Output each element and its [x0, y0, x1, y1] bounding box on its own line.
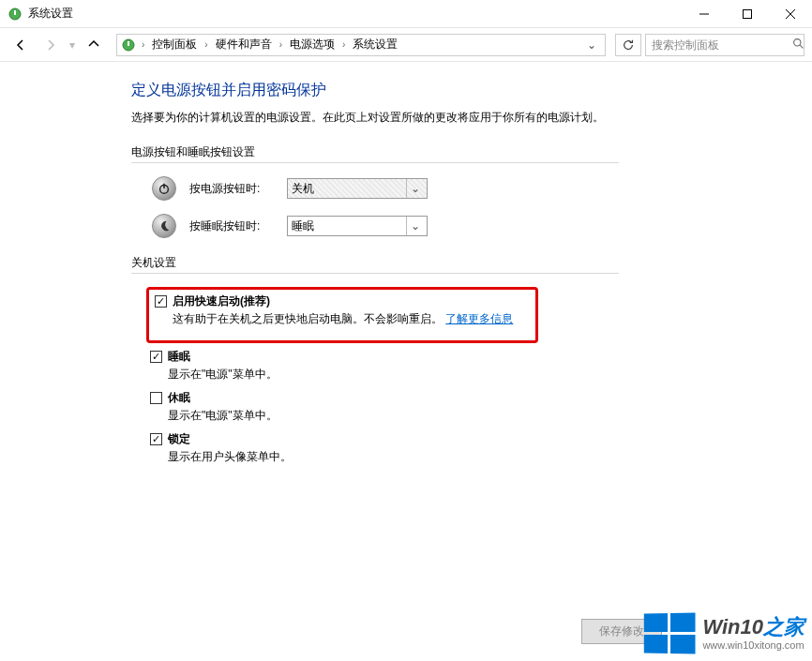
hibernate-title: 休眠	[168, 390, 278, 406]
forward-button[interactable]	[38, 32, 64, 58]
section-power-buttons: 电源按钮和睡眠按钮设置 按电源按钮时: 关机 ⌄ 按睡眠按钮时: 睡眠 ⌄	[131, 144, 803, 238]
hibernate-text: 休眠 显示在"电源"菜单中。	[168, 390, 278, 424]
fast-startup-desc: 这有助于在关机之后更快地启动电脑。不会影响重启。 了解更多信息	[173, 311, 513, 327]
section-legend: 电源按钮和睡眠按钮设置	[131, 144, 619, 163]
sleep-desc: 显示在"电源"菜单中。	[168, 367, 278, 383]
refresh-button[interactable]	[615, 34, 641, 56]
dropdown-value: 睡眠	[292, 218, 402, 234]
back-button[interactable]	[8, 32, 34, 58]
page-heading: 定义电源按钮并启用密码保护	[131, 81, 803, 100]
hibernate-desc: 显示在"电源"菜单中。	[168, 408, 278, 424]
breadcrumb-item[interactable]: 控制面板	[148, 35, 201, 54]
power-button-dropdown[interactable]: 关机 ⌄	[287, 178, 428, 199]
sleep-title: 睡眠	[168, 349, 278, 365]
watermark-main: Win10之家	[702, 616, 804, 638]
sleep-text: 睡眠 显示在"电源"菜单中。	[168, 349, 278, 383]
section-shutdown: 关机设置 启用快速启动(推荐) 这有助于在关机之后更快地启动电脑。不会影响重启。…	[131, 255, 803, 465]
breadcrumb-item[interactable]: 电源选项	[286, 35, 338, 54]
highlight-box: 启用快速启动(推荐) 这有助于在关机之后更快地启动电脑。不会影响重启。 了解更多…	[146, 287, 538, 343]
addressbar-icon	[121, 38, 136, 53]
lock-title: 锁定	[168, 431, 292, 447]
content: 定义电源按钮并启用密码保护 选择要为你的计算机设置的电源设置。在此页上对设置所做…	[0, 62, 812, 491]
chevron-down-icon: ⌄	[406, 179, 423, 198]
watermark-main2: 之家	[763, 615, 804, 638]
addressbar-dropdown[interactable]: ⌄	[582, 38, 601, 52]
power-icon	[152, 176, 176, 201]
watermark-url: www.win10xitong.com	[702, 639, 804, 651]
svg-line-9	[800, 45, 803, 48]
hibernate-checkbox[interactable]	[150, 392, 162, 404]
windows-logo-icon	[644, 612, 696, 653]
addressbar[interactable]: › 控制面板 › 硬件和声音 › 电源选项 › 系统设置 ⌄	[116, 34, 606, 56]
hibernate-row: 休眠 显示在"电源"菜单中。	[150, 390, 803, 424]
chevron-right-icon: ›	[140, 39, 146, 50]
sleep-checkbox[interactable]	[150, 351, 162, 363]
sleep-button-row: 按睡眠按钮时: 睡眠 ⌄	[152, 214, 803, 238]
chevron-right-icon: ›	[203, 39, 209, 50]
app-icon	[8, 7, 23, 22]
fast-startup-row: 启用快速启动(推荐) 这有助于在关机之后更快地启动电脑。不会影响重启。 了解更多…	[155, 293, 530, 327]
section-legend: 关机设置	[131, 255, 619, 274]
close-button[interactable]	[769, 0, 812, 28]
power-button-row: 按电源按钮时: 关机 ⌄	[152, 176, 803, 201]
fast-startup-text: 启用快速启动(推荐) 这有助于在关机之后更快地启动电脑。不会影响重启。 了解更多…	[173, 293, 513, 327]
chevron-right-icon: ›	[340, 39, 347, 50]
learn-more-link[interactable]: 了解更多信息	[445, 312, 513, 325]
minimize-button[interactable]	[683, 0, 726, 28]
search-input[interactable]	[652, 38, 792, 52]
sleep-row: 睡眠 显示在"电源"菜单中。	[150, 349, 803, 383]
lock-desc: 显示在用户头像菜单中。	[168, 449, 292, 465]
window-controls	[683, 0, 812, 28]
breadcrumb-item[interactable]: 系统设置	[349, 35, 401, 54]
nav-sep: ▾	[69, 38, 75, 52]
navbar: ▾ › 控制面板 › 硬件和声音 › 电源选项 › 系统设置 ⌄	[0, 28, 812, 62]
fast-startup-title: 启用快速启动(推荐)	[173, 293, 513, 309]
page-subtext: 选择要为你的计算机设置的电源设置。在此页上对设置所做的更改将应用于你所有的电源计…	[131, 110, 803, 126]
fast-startup-desc-text: 这有助于在关机之后更快地启动电脑。不会影响重启。	[173, 312, 443, 325]
watermark: Win10之家 www.win10xitong.com	[643, 613, 804, 653]
svg-point-8	[794, 38, 801, 45]
watermark-text: Win10之家 www.win10xitong.com	[702, 616, 804, 650]
svg-rect-1	[14, 10, 16, 15]
search-icon[interactable]	[792, 38, 804, 53]
lock-row: 锁定 显示在用户头像菜单中。	[150, 431, 803, 465]
sleep-button-label: 按睡眠按钮时:	[189, 218, 274, 234]
power-button-label: 按电源按钮时:	[189, 181, 274, 197]
titlebar: 系统设置	[0, 0, 812, 28]
watermark-main1: Win10	[702, 615, 763, 638]
lock-text: 锁定 显示在用户头像菜单中。	[168, 431, 292, 465]
sleep-button-dropdown[interactable]: 睡眠 ⌄	[287, 216, 428, 236]
fast-startup-checkbox[interactable]	[155, 295, 167, 308]
dropdown-value: 关机	[292, 181, 402, 197]
svg-rect-3	[744, 9, 752, 18]
sleep-icon	[152, 214, 176, 238]
up-button[interactable]	[81, 32, 107, 58]
search-box[interactable]	[645, 34, 804, 56]
chevron-right-icon: ›	[278, 39, 284, 50]
lock-checkbox[interactable]	[150, 433, 162, 445]
breadcrumb-item[interactable]: 硬件和声音	[212, 35, 276, 54]
chevron-down-icon: ⌄	[406, 217, 423, 235]
window-title: 系统设置	[28, 6, 73, 22]
svg-rect-7	[128, 41, 129, 46]
maximize-button[interactable]	[726, 0, 769, 28]
